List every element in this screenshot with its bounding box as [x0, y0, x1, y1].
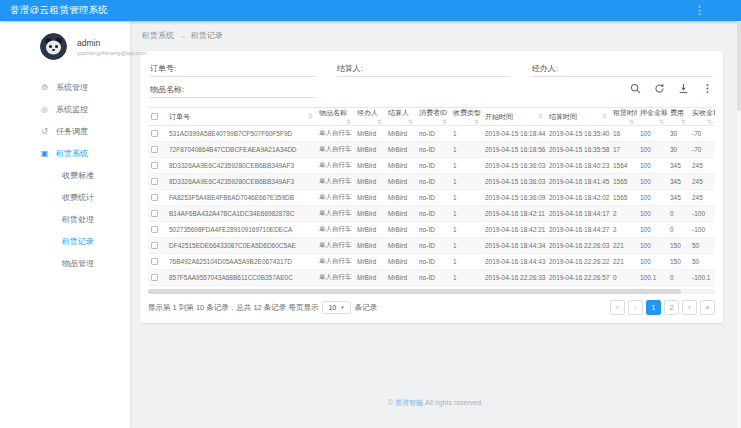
select-all-checkbox[interactable]: [151, 113, 158, 120]
order-number-input[interactable]: [176, 63, 315, 76]
row-checkbox[interactable]: [151, 194, 158, 201]
column-header[interactable]: 订单号⇅: [166, 108, 316, 126]
sidebar-item-item-management[interactable]: 物品管理: [0, 252, 130, 274]
sidebar-menu: ⚙ 系统管理 ◎ 系统监控 ↺ 任务调度 ▣ 租赁系统 收费标准 收费统计 租赁…: [0, 76, 130, 274]
row-select-cell: [148, 158, 166, 174]
breadcrumb-parent[interactable]: 租赁系统: [142, 30, 174, 41]
page-scrollbar-thumb[interactable]: [737, 21, 741, 111]
table-cell: MrBird: [385, 222, 416, 238]
sidebar-item-label: 租赁记录: [62, 236, 94, 247]
column-label: 经办人: [357, 109, 378, 116]
table-cell: 单人自行车: [316, 174, 354, 190]
row-select-cell: [148, 142, 166, 158]
table-cell: 345: [667, 190, 689, 206]
page-button-2[interactable]: 2: [664, 300, 679, 315]
column-header[interactable]: 实收金额⇅: [689, 108, 715, 126]
sort-icon[interactable]: ⇅: [474, 118, 479, 125]
sort-icon[interactable]: ⇅: [629, 118, 634, 125]
table-cell: 1: [450, 222, 482, 238]
column-header[interactable]: 租赁时间⇅: [610, 108, 637, 126]
sort-icon[interactable]: ⇅: [707, 118, 712, 125]
row-checkbox[interactable]: [151, 146, 158, 153]
row-checkbox[interactable]: [151, 130, 158, 137]
column-header[interactable]: 物品名称⇅: [316, 108, 354, 126]
prev-page-button[interactable]: ‹: [628, 300, 643, 315]
last-page-button[interactable]: »: [700, 300, 715, 315]
settler-input[interactable]: [363, 63, 510, 76]
table-cell: 0: [667, 222, 689, 238]
table-cell: MrBird: [354, 206, 385, 222]
sidebar-item-label: 收费统计: [62, 192, 94, 203]
sidebar-item-charge-standard[interactable]: 收费标准: [0, 164, 130, 186]
sort-icon[interactable]: ⇅: [602, 112, 607, 119]
sort-icon[interactable]: ⇅: [681, 118, 686, 125]
table-cell: 345: [667, 174, 689, 190]
first-page-button[interactable]: «: [610, 300, 625, 315]
table-row: 857F5AA9557043A68B611CC0B357AE0C单人自行车MrB…: [148, 270, 715, 286]
breadcrumb-separator-icon: →: [179, 32, 186, 39]
next-page-button[interactable]: ›: [682, 300, 697, 315]
column-header[interactable]: 结算人⇅: [385, 108, 416, 126]
row-checkbox[interactable]: [151, 178, 158, 185]
page-size-select[interactable]: 10 ▼: [322, 301, 350, 314]
sidebar-item-label: 租赁处理: [62, 214, 94, 225]
horizontal-scrollbar-thumb[interactable]: [148, 289, 681, 294]
column-header[interactable]: 押金金额⇅: [637, 108, 667, 126]
row-checkbox[interactable]: [151, 258, 158, 265]
table-cell: 2019-04-16 18:44:34: [482, 238, 546, 254]
sidebar-item-system-monitor[interactable]: ◎ 系统监控: [0, 98, 130, 120]
footer-brand[interactable]: 誉澄智能: [395, 399, 423, 406]
row-select-cell: [148, 206, 166, 222]
column-header[interactable]: 经办人⇅: [354, 108, 385, 126]
column-label: 物品名称: [319, 109, 347, 116]
column-header[interactable]: 结算时间⇅: [546, 108, 610, 126]
table-cell: 100.1: [637, 270, 667, 286]
table-cell: 17: [610, 142, 637, 158]
refresh-icon[interactable]: [654, 83, 665, 94]
search-icon[interactable]: [630, 83, 641, 94]
table-cell: 50: [689, 254, 715, 270]
row-checkbox[interactable]: [151, 226, 158, 233]
table-cell: 2019-04-16 18:40:23: [546, 158, 610, 174]
table-cell: 单人自行车: [316, 190, 354, 206]
sidebar-item-task-schedule[interactable]: ↺ 任务调度: [0, 120, 130, 142]
column-header[interactable]: 收费类型⇅: [450, 108, 482, 126]
page-button-1[interactable]: 1: [646, 300, 661, 315]
rental-records-table: 订单号⇅物品名称⇅经办人⇅结算人⇅消费者ID⇅收费类型⇅开始时间⇅结算时间⇅租赁…: [148, 107, 715, 286]
handler-input[interactable]: [558, 63, 713, 76]
row-checkbox[interactable]: [151, 210, 158, 217]
sort-icon[interactable]: ⇅: [377, 118, 382, 125]
row-checkbox[interactable]: [151, 162, 158, 169]
row-checkbox[interactable]: [151, 242, 158, 249]
user-info: admin yuchengzhineng@qq.com: [77, 38, 146, 56]
sort-icon[interactable]: ⇅: [442, 118, 447, 125]
column-header[interactable]: 费用⇅: [667, 108, 689, 126]
table-cell: 单人自行车: [316, 254, 354, 270]
sort-icon[interactable]: ⇅: [659, 118, 664, 125]
column-header[interactable]: 消费者ID⇅: [416, 108, 450, 126]
sidebar-item-rental-records[interactable]: 租赁记录: [0, 230, 130, 252]
sort-icon[interactable]: ⇅: [408, 118, 413, 125]
sort-icon[interactable]: ⇅: [538, 112, 543, 119]
sort-icon[interactable]: ⇅: [308, 112, 313, 119]
table-cell: 单人自行车: [316, 158, 354, 174]
row-select-cell: [148, 270, 166, 286]
sidebar-item-charge-stats[interactable]: 收费统计: [0, 186, 130, 208]
export-icon[interactable]: [678, 83, 689, 94]
column-label: 订单号: [169, 113, 190, 120]
item-name-input[interactable]: [184, 84, 315, 97]
table-cell: 245: [689, 174, 715, 190]
header-more-icon[interactable]: ⋮: [694, 5, 705, 16]
row-checkbox[interactable]: [151, 274, 158, 281]
sidebar-item-system-management[interactable]: ⚙ 系统管理: [0, 76, 130, 98]
sidebar-item-label: 系统管理: [56, 82, 88, 93]
sidebar-item-rental-process[interactable]: 租赁处理: [0, 208, 130, 230]
table-cell: MrBird: [354, 190, 385, 206]
table-cell: 76B492A625104D05AA5A9B2E0674317D: [166, 254, 316, 270]
sort-icon[interactable]: ⇅: [346, 118, 351, 125]
more-columns-icon[interactable]: [702, 83, 713, 94]
table-row: 531AD399A58E40799B7CF507F60F5F9D单人自行车MrB…: [148, 126, 715, 142]
column-header[interactable]: 开始时间⇅: [482, 108, 546, 126]
sidebar-item-rental-system[interactable]: ▣ 租赁系统: [0, 142, 130, 164]
user-profile[interactable]: admin yuchengzhineng@qq.com: [0, 21, 130, 72]
